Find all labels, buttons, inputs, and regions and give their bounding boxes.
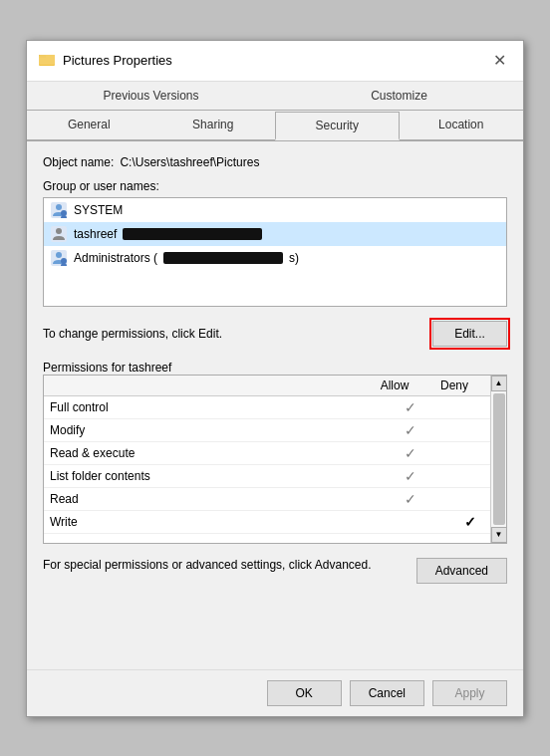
- perm-allow-modify: ✓: [381, 422, 440, 438]
- svg-rect-2: [39, 55, 55, 65]
- scroll-up-arrow[interactable]: ▲: [491, 376, 507, 391]
- title-bar: Pictures Properties ✕: [27, 41, 523, 82]
- check-allow-listfolder: ✓: [405, 468, 416, 484]
- tab-security[interactable]: Security: [275, 112, 400, 140]
- permissions-container: Allow Deny Full control ✓ Modify ✓: [43, 375, 507, 544]
- tab-previous-versions[interactable]: Previous Versions: [27, 82, 275, 110]
- tab-bar-top: Previous Versions Customize: [27, 82, 523, 111]
- user-icon-tashreef: [50, 225, 68, 243]
- user-name-system: SYSTEM: [74, 203, 123, 217]
- permissions-header-row: Allow Deny: [44, 376, 506, 396]
- svg-point-4: [56, 204, 62, 210]
- edit-row: To change permissions, click Edit. Edit.…: [43, 321, 507, 347]
- user-name-tashreef: tashreef: [74, 227, 117, 241]
- permissions-section: Permissions for tashreef Allow Deny Full…: [43, 361, 507, 544]
- scroll-down-arrow[interactable]: ▼: [491, 527, 507, 543]
- advanced-row: For special permissions or advanced sett…: [43, 558, 507, 584]
- tab-sharing[interactable]: Sharing: [151, 111, 276, 139]
- check-allow-fullcontrol: ✓: [405, 399, 416, 415]
- perm-allow-readexecute: ✓: [381, 445, 440, 461]
- perm-name-read: Read: [50, 492, 381, 506]
- edit-button[interactable]: Edit...: [432, 321, 507, 347]
- close-button[interactable]: ✕: [487, 49, 511, 73]
- dialog-window: Pictures Properties ✕ Previous Versions …: [26, 40, 524, 717]
- tab-location[interactable]: Location: [400, 111, 524, 139]
- folder-icon: [39, 51, 55, 70]
- object-name-row: Object name: C:\Users\tashreef\Pictures: [43, 155, 507, 169]
- perm-name-readexecute: Read & execute: [50, 446, 381, 460]
- tab-bar-bottom: General Sharing Security Location: [27, 111, 523, 141]
- perm-allow-listfolder: ✓: [381, 468, 440, 484]
- object-name-value: C:\Users\tashreef\Pictures: [120, 155, 259, 169]
- perm-row-readexecute: Read & execute ✓: [44, 442, 506, 465]
- user-icon-administrators: [50, 249, 68, 267]
- perm-col-name: [50, 378, 365, 392]
- user-item-tashreef[interactable]: tashreef: [44, 222, 506, 246]
- user-item-system[interactable]: SYSTEM: [44, 198, 506, 222]
- perm-name-fullcontrol: Full control: [50, 400, 381, 414]
- tab-customize[interactable]: Customize: [275, 82, 523, 110]
- perm-row-read: Read ✓: [44, 488, 506, 511]
- advanced-info-text: For special permissions or advanced sett…: [43, 558, 416, 572]
- apply-button[interactable]: Apply: [432, 680, 507, 706]
- perm-row-write: Write ✓: [44, 511, 506, 534]
- perm-row-fullcontrol: Full control ✓: [44, 396, 506, 419]
- check-deny-write: ✓: [464, 514, 476, 530]
- tashreef-redacted: [123, 228, 262, 240]
- tab-content: Object name: C:\Users\tashreef\Pictures …: [27, 141, 523, 669]
- group-section: Group or user names: SYSTEM: [43, 179, 507, 307]
- perm-col-allow: Allow: [365, 378, 424, 392]
- perm-row-listfolder: List folder contents ✓: [44, 465, 506, 488]
- group-label: Group or user names:: [43, 179, 507, 193]
- svg-point-9: [56, 252, 62, 258]
- perm-allow-fullcontrol: ✓: [381, 399, 440, 415]
- edit-info-text: To change permissions, click Edit.: [43, 327, 222, 341]
- administrators-redacted: [163, 252, 283, 264]
- perm-name-write: Write: [50, 515, 381, 529]
- user-icon-system: [50, 201, 68, 219]
- scrollbar[interactable]: ▲ ▼: [490, 376, 506, 543]
- window-title: Pictures Properties: [63, 53, 172, 68]
- object-name-label: Object name:: [43, 155, 114, 169]
- svg-point-7: [56, 228, 62, 234]
- permissions-list[interactable]: Allow Deny Full control ✓ Modify ✓: [44, 376, 506, 543]
- permissions-header: Permissions for tashreef: [43, 361, 507, 375]
- users-list[interactable]: SYSTEM tashreef: [43, 197, 507, 307]
- check-allow-readexecute: ✓: [405, 445, 416, 461]
- check-allow-read: ✓: [405, 491, 416, 507]
- footer-buttons: OK Cancel Apply: [27, 669, 523, 716]
- ok-button[interactable]: OK: [267, 680, 342, 706]
- tab-general[interactable]: General: [27, 111, 151, 139]
- scroll-thumb[interactable]: [493, 393, 505, 525]
- administrators-suffix: s): [289, 251, 299, 265]
- user-name-administrators: Administrators (: [74, 251, 157, 265]
- advanced-button[interactable]: Advanced: [416, 558, 507, 584]
- perm-name-modify: Modify: [50, 423, 381, 437]
- user-item-administrators[interactable]: Administrators ( s): [44, 246, 506, 270]
- cancel-button[interactable]: Cancel: [350, 680, 424, 706]
- perm-row-modify: Modify ✓: [44, 419, 506, 442]
- perm-name-listfolder: List folder contents: [50, 469, 381, 483]
- perm-allow-read: ✓: [381, 491, 440, 507]
- title-bar-left: Pictures Properties: [39, 51, 172, 70]
- perm-col-deny: Deny: [424, 378, 484, 392]
- check-allow-modify: ✓: [405, 422, 416, 438]
